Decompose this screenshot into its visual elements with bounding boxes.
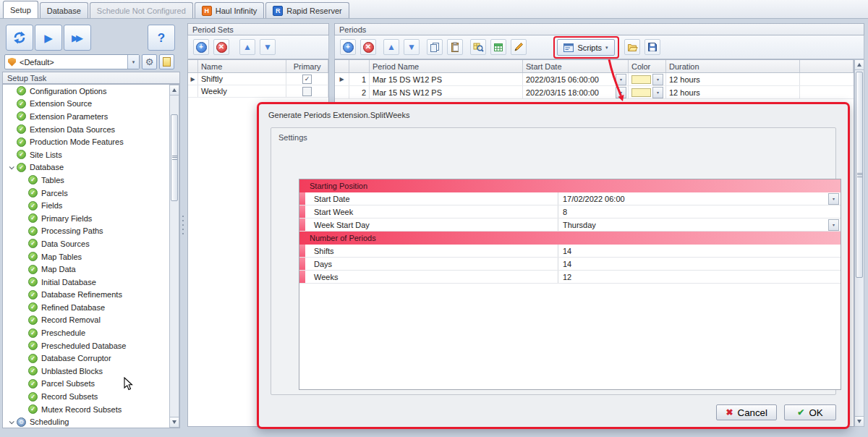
copy-button[interactable] (427, 39, 443, 55)
tree-item-site-lists[interactable]: ✓Site Lists (3, 148, 169, 161)
tree-item-map-tables[interactable]: ✓Map Tables (3, 250, 169, 263)
tree-item-initial-database[interactable]: ✓Initial Database (3, 276, 169, 289)
start-date-cell[interactable]: 2022/03/15 06:00:00▾ (523, 73, 629, 85)
tree-item-extension-parameters[interactable]: ✓Extension Parameters (3, 110, 169, 123)
period-set-row-weekly[interactable]: Weekly (188, 85, 328, 98)
tree-item-fields[interactable]: ✓Fields (3, 199, 169, 212)
profile-notes-button[interactable] (159, 54, 174, 69)
scroll-down-button[interactable] (170, 417, 179, 427)
tree-item-parcel-subsets[interactable]: ✓Parcel Subsets (3, 378, 169, 391)
tab-database[interactable]: Database (40, 2, 88, 18)
setting-value[interactable]: 12 (558, 271, 841, 283)
scroll-thumb[interactable] (171, 114, 178, 201)
tree-item-mutex-record-subsets[interactable]: ✓Mutex Record Subsets (3, 403, 169, 416)
tree-item-map-data[interactable]: ✓Map Data (3, 263, 169, 276)
dropdown-button[interactable]: ▾ (652, 74, 663, 85)
tree-item-refined-database[interactable]: ✓Refined Database (3, 301, 169, 314)
run-all-button[interactable]: ▶▶ (64, 25, 91, 51)
checkbox-checked[interactable]: ✓ (302, 75, 312, 84)
setting-value[interactable]: 17/02/2022 06:00▾ (558, 192, 841, 205)
run-button[interactable]: ▶ (35, 25, 62, 51)
setting-value[interactable]: 14 (558, 258, 841, 270)
setting-row-shifts[interactable]: Shifts14 (299, 245, 841, 258)
tree-item-database-refinements[interactable]: ✓Database Refinements (3, 289, 169, 302)
dropdown-button[interactable]: ▾ (828, 193, 839, 205)
period-add-button[interactable]: + (340, 39, 356, 55)
setting-row-weeks[interactable]: Weeks12 (299, 271, 841, 284)
cancel-button[interactable]: ✖ Cancel (716, 404, 777, 420)
setting-row-start-week[interactable]: Start Week8 (299, 205, 841, 218)
profile-settings-button[interactable]: ⚙ (142, 54, 157, 69)
setting-row-days[interactable]: Days14 (299, 258, 841, 271)
save-button[interactable] (644, 39, 660, 55)
scroll-thumb[interactable] (856, 72, 863, 278)
dropdown-button[interactable]: ▾ (616, 87, 626, 98)
color-column-header[interactable]: Color (629, 60, 666, 72)
tree-item-extension-source[interactable]: ✓Extension Source (3, 98, 169, 111)
tree-item-record-removal[interactable]: ✓Record Removal (3, 314, 169, 327)
tree-item-database-corruptor[interactable]: ✓Database Corruptor (3, 352, 169, 365)
period-name-column-header[interactable]: Period Name (370, 60, 523, 72)
dropdown-button[interactable]: ▾ (828, 219, 839, 231)
setting-row-week-start-day[interactable]: Week Start DayThursday▾ (299, 218, 841, 232)
tree-item-primary-fields[interactable]: ✓Primary Fields (3, 212, 169, 225)
scripts-button[interactable]: Scripts ▾ (557, 39, 615, 56)
setting-value[interactable]: 8 (558, 205, 841, 218)
periods-scrollbar[interactable] (854, 59, 864, 427)
setting-value[interactable]: 14 (558, 245, 841, 257)
tree-item-tables[interactable]: ✓Tables (3, 174, 169, 187)
dropdown-button[interactable]: ▾ (616, 74, 626, 85)
tree-item-prescheduled-database[interactable]: ✓Prescheduled Database (3, 339, 169, 352)
tree-item-record-subsets[interactable]: ✓Record Subsets (3, 390, 169, 403)
period-row-1[interactable]: ▶1Mar 15 DS W12 PS2022/03/15 06:00:00▾▾1… (335, 73, 854, 86)
period-set-row-shiftly[interactable]: ▶Shiftly✓ (188, 73, 328, 85)
calendar-button[interactable] (490, 39, 506, 55)
tab-rapid-reserver[interactable]: R Rapid Reserver (265, 2, 349, 18)
scroll-up-button[interactable] (855, 60, 864, 70)
period-delete-button[interactable]: ✕ (360, 39, 376, 55)
primary-column-header[interactable]: Primary (286, 60, 328, 72)
start-date-column-header[interactable]: Start Date (523, 60, 629, 72)
tab-haul-infinity[interactable]: H Haul Infinity (195, 2, 264, 18)
edit-button[interactable] (511, 39, 527, 55)
tree-item-production-mode-features[interactable]: ✓Production Mode Features (3, 135, 169, 148)
ok-button[interactable]: ✔ OK (784, 404, 836, 420)
period-set-move-up-button[interactable]: ▲ (239, 39, 255, 55)
tree-item-processing-paths[interactable]: ✓Processing Paths (3, 225, 169, 238)
scroll-up-button[interactable] (170, 85, 179, 96)
tree-item-scheduling[interactable]: ⚙Scheduling (3, 415, 169, 428)
dropdown-button[interactable]: ▾ (652, 87, 663, 98)
setting-row-start-date[interactable]: Start Date17/02/2022 06:00▾ (299, 192, 841, 205)
duration-column-header[interactable]: Duration (666, 60, 800, 72)
expander-icon[interactable] (6, 417, 17, 428)
period-set-add-button[interactable]: + (193, 39, 209, 55)
tree-item-extension-data-sources[interactable]: ✓Extension Data Sources (3, 123, 169, 136)
expander-icon[interactable] (6, 162, 17, 173)
paste-button[interactable] (447, 39, 463, 55)
period-move-up-button[interactable]: ▲ (383, 39, 399, 55)
refresh-button[interactable] (6, 25, 33, 51)
tree-scrollbar[interactable] (169, 85, 179, 428)
scroll-down-button[interactable] (855, 416, 864, 426)
period-row-2[interactable]: 2Mar 15 NS W12 PS2022/03/15 18:00:00▾▾12… (335, 86, 854, 99)
period-set-delete-button[interactable]: ✕ (213, 39, 229, 55)
tree-item-database[interactable]: ✓Database (3, 161, 169, 174)
profile-selector[interactable]: <Default> ▾ (4, 54, 140, 69)
setting-value[interactable]: Thursday▾ (558, 218, 841, 231)
period-set-move-down-button[interactable]: ▼ (260, 39, 276, 55)
open-button[interactable] (624, 39, 640, 55)
name-column-header[interactable]: Name (198, 60, 286, 72)
tree-item-unblasted-blocks[interactable]: ✓Unblasted Blocks (3, 365, 169, 378)
color-cell[interactable]: ▾ (629, 73, 666, 85)
tab-setup[interactable]: Setup (3, 1, 38, 18)
chevron-down-icon[interactable]: ▾ (127, 55, 139, 69)
tree-item-configuration-options[interactable]: ✓Configuration Options (3, 85, 169, 98)
tree-item-preschedule[interactable]: ✓Preschedule (3, 326, 169, 339)
tree-item-data-sources[interactable]: ✓Data Sources (3, 237, 169, 250)
panel-splitter[interactable] (180, 23, 186, 427)
period-move-down-button[interactable]: ▼ (404, 39, 420, 55)
start-date-cell[interactable]: 2022/03/15 18:00:00▾ (523, 86, 629, 98)
checkbox-unchecked[interactable] (302, 87, 312, 96)
find-button[interactable] (470, 39, 486, 55)
help-button[interactable]: ? (148, 25, 175, 51)
